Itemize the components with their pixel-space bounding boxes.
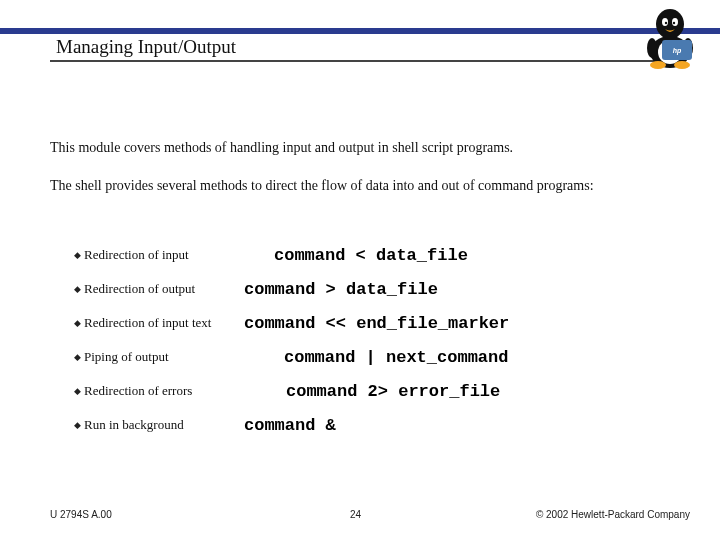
list-item-label: Run in background	[84, 417, 244, 433]
list-item-command: command << end_file_marker	[244, 314, 509, 333]
svg-point-2	[656, 9, 684, 39]
list-item-command: command | next_command	[284, 348, 508, 367]
bullet-icon: ◆	[70, 420, 84, 430]
list-item: ◆Run in backgroundcommand &	[70, 408, 670, 442]
list-item-command: command &	[244, 416, 336, 435]
list-item-label: Redirection of output	[84, 281, 244, 297]
list-item: ◆Piping of outputcommand | next_command	[70, 340, 670, 374]
bullet-icon: ◆	[70, 386, 84, 396]
list-item-command: command < data_file	[274, 246, 468, 265]
intro-paragraph-2: The shell provides several methods to di…	[50, 178, 594, 194]
list-item: ◆Redirection of outputcommand > data_fil…	[70, 272, 670, 306]
list-item-command: command > data_file	[244, 280, 438, 299]
svg-point-9	[647, 38, 657, 58]
header-bar	[0, 28, 720, 34]
list-item-command: command 2> error_file	[286, 382, 500, 401]
footer-copyright: © 2002 Hewlett-Packard Company	[536, 509, 690, 520]
svg-point-3	[662, 18, 668, 26]
list-item-label: Redirection of errors	[84, 383, 244, 399]
svg-point-6	[673, 22, 675, 24]
svg-point-7	[650, 61, 666, 69]
list-item-label: Redirection of input	[84, 247, 244, 263]
tux-icon	[640, 2, 700, 72]
svg-point-5	[665, 22, 667, 24]
page-title: Managing Input/Output	[56, 36, 236, 58]
title-underline	[50, 60, 658, 62]
intro-paragraph-1: This module covers methods of handling i…	[50, 140, 513, 156]
hp-logo-icon: hp	[662, 40, 692, 60]
list-item: ◆Redirection of errorscommand 2> error_f…	[70, 374, 670, 408]
list-item: ◆Redirection of input textcommand << end…	[70, 306, 670, 340]
bullet-list: ◆Redirection of inputcommand < data_file…	[70, 238, 670, 442]
bullet-icon: ◆	[70, 250, 84, 260]
footer-page-number: 24	[350, 509, 361, 520]
list-item-label: Piping of output	[84, 349, 244, 365]
bullet-icon: ◆	[70, 318, 84, 328]
bullet-icon: ◆	[70, 352, 84, 362]
svg-point-4	[672, 18, 678, 26]
svg-point-8	[674, 61, 690, 69]
list-item: ◆Redirection of inputcommand < data_file	[70, 238, 670, 272]
list-item-label: Redirection of input text	[84, 315, 244, 331]
footer-doc-id: U 2794S A.00	[50, 509, 112, 520]
bullet-icon: ◆	[70, 284, 84, 294]
